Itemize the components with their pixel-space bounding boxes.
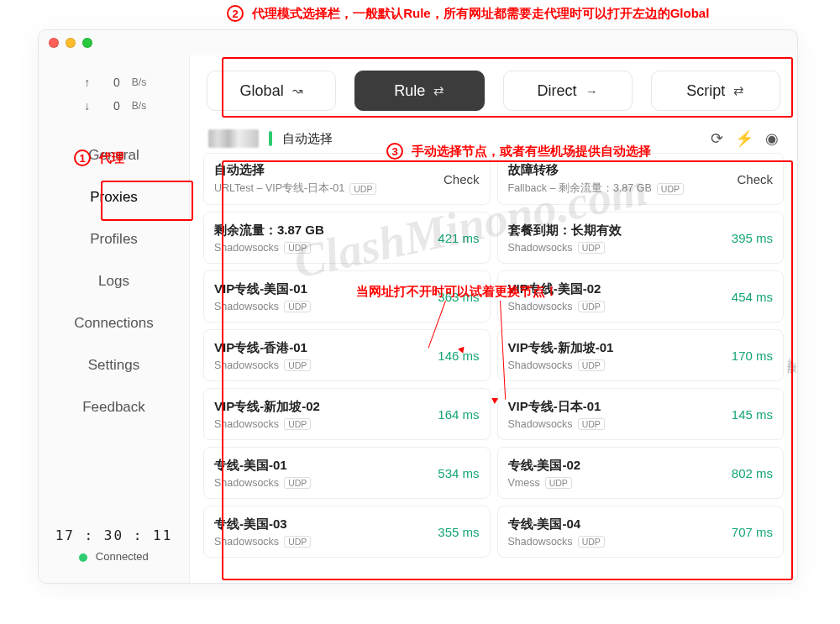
visibility-icon[interactable]: ◉ [765, 129, 779, 148]
mode-button-script[interactable]: Script⇄ [651, 71, 780, 111]
sidebar: ↑ 0 B/s ↓ 0 B/s GeneralProxiesProfilesLo… [39, 55, 190, 583]
download-speed: 0 [105, 99, 120, 113]
proxy-card[interactable]: 专线-美国-01ShadowsocksUDP534 ms [203, 447, 491, 499]
proxy-card[interactable]: 剩余流量：3.87 GBShadowsocksUDP421 ms [203, 212, 491, 264]
proxy-latency: 454 ms [732, 290, 773, 304]
close-icon[interactable] [49, 38, 59, 48]
udp-badge: UDP [545, 477, 572, 489]
refresh-icon[interactable]: ⟳ [711, 129, 723, 148]
mode-button-global[interactable]: Global↝ [207, 71, 336, 111]
udp-badge: UDP [284, 359, 311, 371]
proxy-meta: ShadowsocksUDP [508, 536, 605, 548]
proxy-name: 故障转移 [508, 162, 684, 178]
proxy-name: 剩余流量：3.87 GB [214, 223, 324, 239]
proxy-meta: ShadowsocksUDP [214, 477, 311, 489]
proxy-meta: Fallback – 剩余流量：3.87 GBUDP [508, 181, 684, 196]
proxy-latency: 802 ms [732, 466, 773, 480]
proxy-card[interactable]: 套餐到期：长期有效ShadowsocksUDP395 ms [497, 212, 785, 264]
udp-badge: UDP [349, 183, 376, 195]
udp-badge: UDP [284, 418, 311, 430]
sidebar-item-connections[interactable]: Connections [39, 302, 189, 344]
proxy-protocol: Shadowsocks [508, 301, 573, 312]
annotation-1: 1 代理 [74, 149, 124, 166]
mode-glyph-icon: ↝ [292, 83, 303, 98]
proxy-meta: VmessUDP [508, 477, 581, 489]
proxy-card[interactable]: 专线-美国-03ShadowsocksUDP355 ms [203, 506, 491, 558]
proxy-protocol: Shadowsocks [508, 359, 573, 371]
mode-button-direct[interactable]: Direct→ [503, 71, 633, 111]
mode-glyph-icon: ⇄ [733, 83, 744, 98]
proxy-name: 专线-美国-03 [214, 517, 311, 532]
proxy-meta: ShadowsocksUDP [214, 536, 311, 548]
udp-badge: UDP [657, 183, 684, 195]
mode-glyph-icon: → [585, 84, 598, 98]
proxy-name: VIP专线-新加坡-01 [508, 340, 614, 356]
proxy-latency: 355 ms [438, 525, 479, 539]
group-name-blurred [208, 129, 259, 148]
proxy-card[interactable]: 自动选择URLTest – VIP专线-日本-01UDPCheck [203, 153, 491, 205]
udp-badge: UDP [284, 301, 311, 312]
proxy-latency: 707 ms [732, 525, 773, 539]
proxy-card[interactable]: VIP专线-日本-01ShadowsocksUDP145 ms [497, 388, 785, 440]
proxy-meta: ShadowsocksUDP [508, 418, 605, 430]
proxy-protocol: Shadowsocks [508, 242, 573, 254]
proxy-latency: 145 ms [732, 407, 773, 422]
content-pane: Global↝Rule⇄Direct→Script⇄ 自动选择 ⟳ ⚡ ◉ 自动… [190, 55, 797, 583]
proxy-protocol: Shadowsocks [214, 242, 279, 254]
proxy-protocol: Shadowsocks [214, 418, 279, 430]
group-accent-icon [269, 131, 272, 146]
proxy-card[interactable]: 故障转移Fallback – 剩余流量：3.87 GBUDPCheck [497, 153, 785, 205]
proxy-protocol: Vmess [508, 477, 540, 489]
proxy-protocol: Shadowsocks [214, 301, 279, 312]
proxy-card[interactable]: 专线-美国-04ShadowsocksUDP707 ms [497, 506, 785, 558]
sidebar-footer: 17 : 30 : 11 Connected [39, 527, 189, 583]
proxy-protocol: Shadowsocks [214, 359, 279, 371]
proxy-card[interactable]: 专线-美国-02VmessUDP802 ms [497, 447, 785, 499]
download-unit: B/s [132, 100, 146, 112]
proxy-card[interactable]: VIP专线-香港-01ShadowsocksUDP146 ms [203, 329, 491, 381]
download-arrow-icon: ↓ [81, 99, 93, 113]
speedtest-icon[interactable]: ⚡ [735, 129, 753, 148]
sidebar-item-proxies[interactable]: Proxies [39, 176, 189, 218]
proxy-meta: ShadowsocksUDP [214, 418, 320, 430]
proxy-protocol: Shadowsocks [508, 536, 573, 548]
proxy-latency: 164 ms [438, 407, 479, 422]
proxy-latency: 395 ms [732, 231, 773, 245]
sidebar-item-logs[interactable]: Logs [39, 260, 189, 302]
edge-decorative-text: 纟自故 [785, 349, 798, 359]
proxy-meta: ShadowsocksUDP [214, 301, 311, 312]
mode-bar: Global↝Rule⇄Direct→Script⇄ [190, 55, 797, 124]
udp-badge: UDP [284, 242, 311, 254]
annotation-mid-hint: 当网址打不开时可以试着更换节点！ [356, 284, 558, 300]
proxy-meta: ShadowsocksUDP [508, 301, 605, 312]
udp-badge: UDP [578, 418, 605, 430]
mode-button-rule[interactable]: Rule⇄ [354, 71, 484, 111]
proxy-check-button[interactable]: Check [737, 172, 773, 186]
proxy-card[interactable]: VIP专线-新加坡-01ShadowsocksUDP170 ms [497, 329, 785, 381]
minimize-icon[interactable] [66, 38, 76, 48]
udp-badge: UDP [284, 536, 311, 548]
upload-speed: 0 [105, 76, 120, 89]
proxy-name: VIP专线-美国-01 [214, 281, 311, 297]
proxy-protocol: URLTest – VIP专线-日本-01 [214, 181, 344, 196]
proxy-name: 专线-美国-04 [508, 517, 605, 532]
sidebar-item-profiles[interactable]: Profiles [39, 218, 189, 260]
proxy-card[interactable]: VIP专线-新加坡-02ShadowsocksUDP164 ms [203, 388, 491, 440]
mode-label: Rule [394, 82, 425, 100]
proxy-protocol: Shadowsocks [214, 477, 279, 489]
sidebar-item-feedback[interactable]: Feedback [39, 386, 189, 428]
sidebar-nav: GeneralProxiesProfilesLogsConnectionsSet… [39, 134, 189, 428]
mode-label: Direct [538, 82, 577, 100]
proxy-protocol: Shadowsocks [508, 418, 573, 430]
sidebar-item-settings[interactable]: Settings [39, 344, 189, 386]
uptime: 17 : 30 : 11 [39, 527, 189, 543]
proxy-name: VIP专线-香港-01 [214, 340, 311, 356]
proxy-protocol: Fallback – 剩余流量：3.87 GB [508, 181, 652, 196]
proxy-name: 自动选择 [214, 162, 376, 178]
maximize-icon[interactable] [82, 38, 92, 48]
proxy-latency: 146 ms [438, 349, 479, 363]
status-dot-icon [79, 553, 87, 562]
proxy-grid: 自动选择URLTest – VIP专线-日本-01UDPCheck故障转移Fal… [190, 153, 797, 566]
udp-badge: UDP [578, 301, 605, 312]
proxy-check-button[interactable]: Check [444, 172, 480, 186]
